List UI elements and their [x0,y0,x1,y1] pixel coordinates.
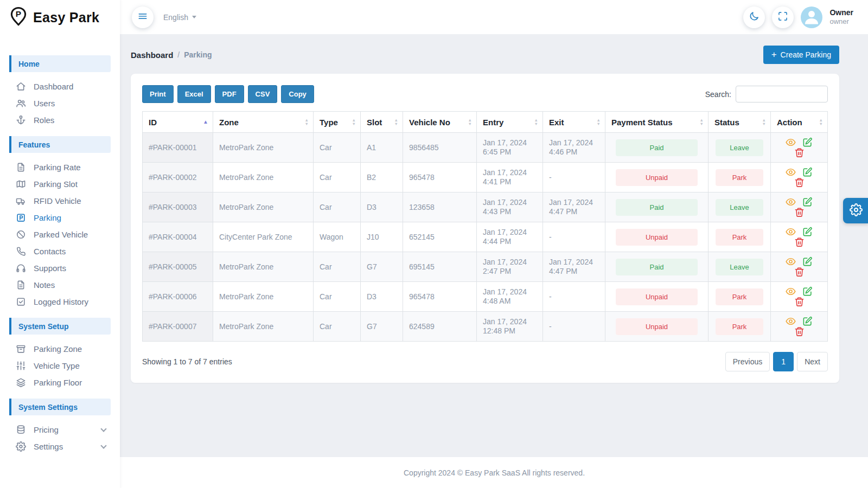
avatar[interactable] [801,7,822,28]
view-icon[interactable] [786,137,796,147]
edit-icon[interactable] [802,197,813,207]
delete-icon[interactable] [794,267,805,277]
view-icon[interactable] [786,256,796,267]
column-header-entry[interactable]: Entry▲▼ [477,112,543,133]
column-header-slot[interactable]: Slot▲▼ [361,112,403,133]
sidebar-item-parking[interactable]: Parking [0,209,120,226]
table-row[interactable]: #PARK-00005 MetroPark Zone Car G7 695145… [143,252,828,282]
view-icon[interactable] [786,316,796,326]
view-icon[interactable] [786,227,796,237]
file-icon [16,280,27,291]
sort-icon: ▲▼ [700,118,704,126]
delete-icon[interactable] [794,177,805,188]
breadcrumb-separator: / [177,50,180,59]
user-block[interactable]: Owner owner [829,8,853,27]
sidebar-item-roles[interactable]: Roles [0,112,120,129]
fullscreen-button[interactable] [772,7,794,28]
copy-button[interactable]: Copy [281,85,314,103]
previous-page-button[interactable]: Previous [725,352,770,371]
menu-icon [137,11,148,24]
cell-action [771,222,828,252]
delete-icon[interactable] [794,147,805,158]
sidebar-item-parking-rate[interactable]: Parking Rate [0,159,120,176]
table-row[interactable]: #PARK-00004 CityCenter Park Zone Wagon J… [143,222,828,252]
delete-icon[interactable] [794,237,805,247]
column-label: Payment Status [611,118,673,127]
edit-icon[interactable] [802,137,813,147]
sidebar-item-parking-floor[interactable]: Parking Floor [0,374,120,391]
breadcrumb-parent[interactable]: Dashboard [131,50,173,60]
column-header-id[interactable]: ID▲ [143,112,213,133]
cell-action [771,163,828,192]
column-header-vehicle-no[interactable]: Vehicle No▲▼ [403,112,477,133]
edit-icon[interactable] [802,167,813,177]
dark-mode-button[interactable] [743,7,765,28]
sidebar-item-vehicle-type[interactable]: Vehicle Type [0,357,120,374]
sort-icon: ▲▼ [394,118,398,126]
edit-icon[interactable] [802,256,813,267]
parking-table: ID▲Zone▲▼Type▲▼Slot▲▼Vehicle No▲▼Entry▲▼… [142,111,828,342]
section-header: Features [9,136,111,153]
table-row[interactable]: #PARK-00007 MetroPark Zone Car G7 624589… [143,312,828,342]
view-icon[interactable] [786,167,796,177]
sort-icon: ▲▼ [534,118,538,126]
sidebar-item-rfid-vehicle[interactable]: RFID Vehicle [0,192,120,209]
sidebar-item-label: RFID Vehicle [34,196,81,206]
column-header-exit[interactable]: Exit▲▼ [543,112,605,133]
cell-id: #PARK-00004 [143,222,213,252]
edit-icon[interactable] [802,316,813,326]
table-row[interactable]: #PARK-00003 MetroPark Zone Car D3 123658… [143,192,828,222]
sidebar-item-users[interactable]: Users [0,95,120,112]
settings-fab[interactable] [843,198,868,223]
sidebar-item-notes[interactable]: Notes [0,277,120,293]
sidebar-item-parking-zone[interactable]: Parking Zone [0,341,120,357]
menu-toggle-button[interactable] [132,7,154,28]
create-parking-button[interactable]: + Create Parking [763,46,839,64]
column-header-zone[interactable]: Zone▲▼ [213,112,314,133]
column-header-payment-status[interactable]: Payment Status▲▼ [605,112,709,133]
sidebar-item-supports[interactable]: Supports [0,260,120,277]
status-badge: Park [716,288,763,305]
table-row[interactable]: #PARK-00002 MetroPark Zone Car B2 965478… [143,163,828,192]
sidebar-item-pricing[interactable]: Pricing [0,421,120,438]
pdf-button[interactable]: PDF [215,85,244,103]
print-button[interactable]: Print [142,85,174,103]
status-badge: Park [716,229,763,246]
sidebar-item-logged-history[interactable]: Logged History [0,293,120,310]
cell-id: #PARK-00005 [143,252,213,282]
edit-icon[interactable] [802,227,813,237]
next-page-button[interactable]: Next [797,352,828,371]
cell-status: Leave [709,252,771,282]
cell-action [771,133,828,163]
search-input[interactable] [736,86,828,102]
sidebar-item-dashboard[interactable]: Dashboard [0,78,120,95]
column-header-type[interactable]: Type▲▼ [314,112,361,133]
cell-action [771,312,828,342]
view-icon[interactable] [786,197,796,207]
delete-icon[interactable] [794,326,805,337]
logo[interactable]: P Easy Park [0,0,120,35]
sidebar-item-label: Logged History [34,297,88,306]
table-row[interactable]: #PARK-00001 MetroPark Zone Car A1 985648… [143,133,828,163]
sidebar-item-settings[interactable]: Settings [0,438,120,455]
sidebar-item-parking-slot[interactable]: Parking Slot [0,176,120,192]
plus-icon: + [771,51,777,59]
table-row[interactable]: #PARK-00006 MetroPark Zone Car D3 965478… [143,282,828,312]
sidebar-item-parked-vehicle[interactable]: Parked Vehicle [0,226,120,243]
sort-icon: ▲▼ [819,118,823,126]
delete-icon[interactable] [794,297,805,307]
view-icon[interactable] [786,286,796,297]
language-selector[interactable]: English [163,13,196,22]
excel-button[interactable]: Excel [177,85,211,103]
column-header-action[interactable]: Action▲▼ [771,112,828,133]
column-header-status[interactable]: Status▲▼ [709,112,771,133]
delete-icon[interactable] [794,207,805,217]
sidebar-item-contacts[interactable]: Contacts [0,243,120,260]
section-label: Home [11,60,40,68]
edit-icon[interactable] [802,286,813,297]
page-1-button[interactable]: 1 [773,352,794,371]
cell-status: Park [709,222,771,252]
csv-button[interactable]: CSV [248,85,278,103]
footer: Copyright 2024 © Easy Park SaaS All righ… [120,457,868,488]
cell-entry: Jan 17, 20244:41 PM [477,163,543,192]
